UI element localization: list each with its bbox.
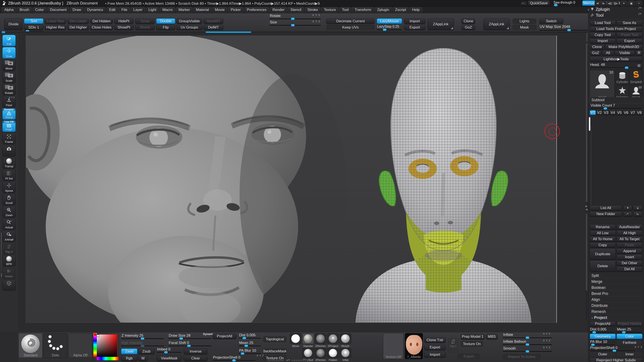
hue-bar-horizontal[interactable]	[97, 357, 119, 360]
brushgrid-claybuil-2[interactable]	[302, 348, 314, 358]
rgb-intensity-slider-track[interactable]	[121, 346, 164, 347]
goz-button[interactable]: GoZ	[462, 25, 475, 30]
hue-bar-vertical[interactable]	[94, 333, 97, 357]
backfacemask-button[interactable]: BackfaceMask	[263, 349, 286, 354]
dock-invers-button[interactable]: Invers	[2, 267, 16, 279]
size-slider-track[interactable]	[270, 25, 321, 26]
z-intensity-slider[interactable]: Z Intensity 25	[121, 334, 164, 340]
repeat-to-active-button[interactable]: Repeat To Active	[503, 354, 540, 360]
imbed-slider-knob[interactable]	[164, 351, 168, 354]
subtool-all-low-button[interactable]: All Low	[590, 230, 616, 236]
current-color-swatch[interactable]	[94, 333, 97, 336]
subtool-all-to-target-button[interactable]: All To Target	[616, 236, 642, 242]
section-remesh[interactable]: Remesh	[589, 309, 643, 314]
sv-square[interactable]	[97, 335, 117, 357]
divider-right-button[interactable]: ‖▸	[600, 1, 606, 6]
focal-shift-slider-knob[interactable]	[187, 345, 191, 347]
dock-frame-button[interactable]: Frame	[2, 132, 16, 144]
menu-movie[interactable]: Movie	[212, 7, 227, 13]
uv-map-size-slider[interactable]: UV Map Size 2048	[539, 25, 588, 31]
document-label[interactable]: ZBrush Document	[66, 1, 98, 5]
dock-texture-on-button[interactable]: Texture On	[461, 341, 483, 347]
dock-projection-shell-slider[interactable]: ProjectionShell 0	[212, 355, 256, 361]
dock-projection-shell-slider-track[interactable]	[212, 360, 256, 361]
section-align[interactable]: Align	[589, 297, 643, 302]
mean-slider-track[interactable]	[616, 332, 642, 333]
rgb-intensity-slider[interactable]: Rgb Intensity	[121, 341, 164, 347]
subtool-tab-v8[interactable]: V8	[636, 110, 642, 115]
menu-zplugin[interactable]: Zplugin	[374, 7, 392, 13]
clone-txtr-button[interactable]: Clone Txtr	[424, 337, 446, 343]
shelf-lower-res[interactable]: Lower Res	[45, 18, 66, 24]
menu-layer[interactable]: Layer	[131, 7, 145, 13]
dock-projectall-button[interactable]: ProjectAll	[212, 334, 236, 339]
viewmask-button[interactable]: ViewMask	[157, 355, 182, 361]
shelf-shrink[interactable]: Shrink	[135, 25, 154, 30]
subtool-tab-v3[interactable]: V3	[603, 110, 609, 115]
menu-render[interactable]: Render	[270, 7, 287, 13]
shelf-import-button[interactable]: Import	[404, 18, 426, 24]
tool-thumb-cylinder[interactable]: Cylinder	[616, 70, 629, 84]
alpha-thumbnail-off[interactable]: Alpha Off	[68, 333, 92, 358]
clear-button[interactable]: Clear	[184, 355, 207, 361]
pa-blur-slider[interactable]: PA Blur 10	[590, 340, 615, 346]
lazystep-knob[interactable]	[383, 28, 386, 31]
quicksave-button[interactable]: QuickSave	[528, 0, 550, 6]
dist-slider[interactable]: Dist 0.005	[590, 327, 615, 333]
subtool-down-button[interactable]	[633, 205, 642, 211]
color-picker[interactable]	[93, 333, 119, 361]
rotate-xyz[interactable]: X Y Z	[312, 14, 320, 16]
see-through-slider[interactable]	[553, 5, 581, 6]
zsub-button[interactable]: Zsub	[138, 349, 154, 354]
head-tool-slider-track[interactable]	[590, 67, 634, 68]
subtool-rename-button[interactable]: Rename	[590, 224, 616, 230]
inflate-slider-knob[interactable]	[526, 337, 529, 339]
dock-polyf-button[interactable]: Line FillPolyF	[2, 120, 16, 132]
dock-aahalf-button[interactable]: AAHalf	[2, 230, 16, 242]
visible-count-slider[interactable]: Visible Count 7	[590, 103, 642, 109]
minimize-button[interactable]: ▾	[620, 1, 627, 6]
size-xyz[interactable]: X Y Z	[312, 20, 320, 23]
shelf-del-lower[interactable]: Del Lower	[68, 18, 89, 24]
palette-next-button[interactable]: ▤▸	[613, 1, 619, 6]
menu-material[interactable]: Material	[194, 7, 212, 13]
menu-brush[interactable]: Brush	[17, 7, 32, 13]
visible-count-slider-track[interactable]	[590, 108, 642, 109]
tool-goz-button[interactable]: GoZ	[590, 50, 601, 55]
focal-shift-slider-track[interactable]	[168, 346, 211, 347]
albedo-texture-thumbnail[interactable]: 7_Albedo	[405, 333, 423, 359]
keep-uvs-button[interactable]: Keep UVs	[326, 25, 374, 30]
mean-slider[interactable]: Mean 25	[616, 327, 642, 333]
shelf-double[interactable]: Double	[156, 18, 175, 24]
inflate-balloon-xyz[interactable]: X Y Z	[543, 340, 550, 342]
subtool-tab-v6[interactable]: V6	[623, 110, 629, 115]
shelf-uv-groups[interactable]: Uv Groups	[176, 25, 202, 30]
lazymouse-button[interactable]: LazyMouse	[377, 18, 402, 24]
zplugin-header[interactable]: Zplugin	[590, 7, 642, 12]
materials-scrollbar-handle[interactable]	[586, 43, 587, 202]
subtool-tab-v5[interactable]: V5	[616, 110, 622, 115]
shelf-grow[interactable]: Grow	[135, 18, 154, 24]
subtool-copy-button[interactable]: Copy	[590, 242, 616, 248]
inverse-button[interactable]: Inverse	[184, 349, 207, 354]
tray-scroll-right[interactable]	[292, 360, 309, 361]
rotate-slider-track[interactable]	[270, 18, 321, 19]
shelf-scroll-handle[interactable]	[206, 31, 251, 33]
focal-shift-slider[interactable]: Focal Shift 0	[168, 341, 211, 347]
del-other-button[interactable]: Del Other	[616, 260, 642, 266]
head-slider-r-button[interactable]: R	[636, 63, 642, 69]
texture-import-button[interactable]: Import	[424, 352, 446, 358]
menu-macro[interactable]: Macro	[160, 7, 175, 13]
goz-all-button[interactable]: All	[602, 50, 614, 55]
lights-button[interactable]: Lights	[512, 18, 536, 24]
dock-mean-slider-knob[interactable]	[244, 345, 248, 347]
shelf-hidept[interactable]: HidePt	[114, 18, 134, 24]
brushgrid-move-1[interactable]	[290, 333, 302, 344]
dock-dist-slider[interactable]: Dist 0.005	[239, 333, 261, 339]
brushgrid-morph-1[interactable]	[340, 333, 351, 344]
dock-pa-blur-slider[interactable]: PA Blur 10	[239, 349, 261, 355]
materials-scrollbar-handle-2[interactable]	[586, 214, 587, 291]
lazystep-track[interactable]	[377, 29, 402, 30]
divider-left-button[interactable]: ◂‖	[595, 1, 601, 6]
menu-tool[interactable]: Tool	[340, 7, 351, 13]
